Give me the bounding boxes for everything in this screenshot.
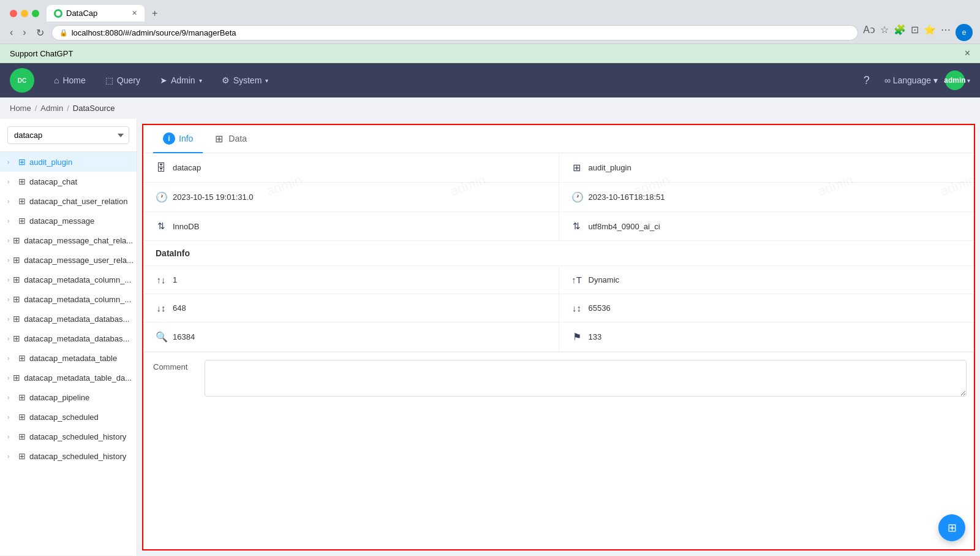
nav-admin[interactable]: ➤ Admin ▾ (150, 63, 212, 97)
tab-close-button[interactable]: ✕ (132, 9, 137, 17)
sidebar-item-label: datacap_message (29, 216, 94, 226)
nav-language-selector[interactable]: ∞ Language ▾ (877, 75, 945, 85)
tab-data-label: Data (228, 134, 247, 143)
nav-system-label: System (233, 75, 262, 85)
table-icon: ⊞ (18, 353, 26, 363)
maximize-window-button[interactable] (32, 10, 39, 17)
fab-grid-icon: ⊞ (948, 521, 957, 535)
browser-action-icons: Aↄ ☆ 🧩 ⊡ ⭐ ⋯ e (863, 24, 973, 41)
sidebar-item-label: datacap_metadata_databas... (24, 334, 129, 343)
engine-value: InnoDB (173, 222, 199, 231)
expand-icon: › (7, 257, 9, 264)
avatar[interactable]: admin (945, 70, 965, 90)
sidebar-item-datacap-metadata-databas-2[interactable]: › ⊞ datacap_metadata_databas... (0, 329, 137, 348)
sidebar-item-datacap-message-chat-rela[interactable]: › ⊞ datacap_message_chat_rela... (0, 230, 137, 250)
sidebar-item-datacap-chat-user-relation[interactable]: › ⊞ datacap_chat_user_relation (0, 191, 137, 211)
sidebar-selector[interactable]: datacap (0, 119, 137, 152)
info-row-index: 🔍 16384 ⚑ 133 (143, 322, 974, 352)
sort-icon: ⇅ (156, 221, 167, 232)
table-icon: ⊞ (18, 216, 26, 226)
info-cell-engine: ⇅ InnoDB (143, 212, 559, 240)
breadcrumb-admin[interactable]: Admin (40, 104, 63, 113)
active-tab[interactable]: DataCap ✕ (47, 5, 145, 21)
sidebar-item-label: datacap_scheduled_history (29, 452, 126, 461)
favorites-icon[interactable]: ⭐ (924, 24, 936, 41)
nav-home[interactable]: ⌂ Home (44, 63, 96, 97)
extensions-icon[interactable]: 🧩 (894, 24, 906, 41)
sidebar-item-label: datacap_metadata_databas... (24, 314, 129, 324)
app-logo-text: DC (13, 71, 31, 90)
minimize-window-button[interactable] (21, 10, 28, 17)
table-icon: ⊞ (13, 373, 20, 383)
sidebar-item-datacap-pipeline[interactable]: › ⊞ datacap_pipeline (0, 387, 137, 407)
sidebar-item-label: datacap_metadata_table (29, 354, 117, 363)
avatar-text: admin (944, 76, 965, 85)
sidebar-item-datacap-scheduled-history-1[interactable]: › ⊞ datacap_scheduled_history (0, 427, 137, 446)
window-controls (5, 7, 44, 20)
back-button[interactable]: ‹ (7, 26, 15, 39)
sidebar-item-datacap-metadata-table-da[interactable]: › ⊞ datacap_metadata_table_da... (0, 368, 137, 387)
sidebar-item-audit-plugin[interactable]: › ⊞ audit_plugin (0, 152, 137, 172)
app-logo: DC (10, 68, 34, 93)
tab-data[interactable]: ⊞ Data (203, 125, 257, 153)
sidebar-item-datacap-message[interactable]: › ⊞ datacap_message (0, 211, 137, 230)
url-box[interactable]: 🔒 localhost:8080/#/admin/source/9/manage… (51, 25, 859, 40)
nav-query[interactable]: ⬚ Query (96, 63, 150, 97)
sidebar-item-datacap-metadata-column-1[interactable]: › ⊞ datacap_metadata_column_... (0, 270, 137, 289)
sidebar-item-datacap-chat[interactable]: › ⊞ datacap_chat (0, 172, 137, 191)
forward-button[interactable]: › (20, 26, 28, 39)
table-icon: ⊞ (13, 294, 20, 304)
reader-mode-icon[interactable]: Aↄ (863, 24, 875, 41)
system-icon: ⚙ (222, 75, 230, 85)
support-banner: Support ChatGPT × (0, 44, 980, 63)
tab-title: DataCap (66, 9, 97, 18)
user-menu[interactable]: admin ▾ (945, 70, 970, 90)
sidebar-item-label: datacap_scheduled (29, 413, 99, 422)
info-cell-updated: 🕐 2023-10-16T18:18:51 (559, 183, 974, 211)
index-length-value: 16384 (173, 332, 195, 341)
sidebar-item-label: datacap_chat_user_relation (29, 197, 127, 206)
database-select[interactable]: datacap (7, 126, 129, 144)
close-window-button[interactable] (10, 10, 17, 17)
sidebar-item-label: datacap_chat (29, 177, 77, 186)
nav-query-label: Query (117, 75, 140, 85)
sidebar-item-datacap-message-user-rela[interactable]: › ⊞ datacap_message_user_rela... (0, 250, 137, 270)
sidebar-item-label: datacap_pipeline (29, 393, 89, 402)
reload-button[interactable]: ↻ (34, 26, 47, 40)
sidebar-item-datacap-metadata-databas-1[interactable]: › ⊞ datacap_metadata_databas... (0, 309, 137, 329)
support-banner-close-button[interactable]: × (965, 48, 970, 59)
clock-icon: 🕐 (156, 191, 167, 203)
table-icon: ⊞ (13, 314, 20, 324)
sidebar-item-datacap-metadata-column-2[interactable]: › ⊞ datacap_metadata_column_... (0, 289, 137, 309)
comment-input[interactable] (205, 360, 967, 397)
split-view-icon[interactable]: ⊡ (911, 24, 919, 41)
bookmark-icon[interactable]: ☆ (880, 24, 889, 41)
user-menu-arrow-icon: ▾ (967, 77, 970, 84)
sidebar-item-label: datacap_message_user_rela... (24, 256, 134, 265)
expand-icon: › (7, 375, 9, 381)
main-layout: datacap › ⊞ audit_plugin › ⊞ datacap_cha… (0, 119, 980, 555)
menu-icon[interactable]: ⋯ (941, 24, 951, 41)
sidebar-item-datacap-scheduled[interactable]: › ⊞ datacap_scheduled (0, 407, 137, 427)
info-cell-index-length: 🔍 16384 (143, 322, 559, 351)
rows-icon: ↑↓ (156, 275, 167, 285)
nav-system[interactable]: ⚙ System ▾ (212, 63, 279, 97)
table-icon: ⊞ (13, 333, 20, 343)
nav-help-button[interactable]: ? (856, 74, 877, 87)
tab-info[interactable]: i Info (153, 125, 203, 153)
expand-icon: › (7, 159, 15, 166)
sidebar-item-datacap-scheduled-history-2[interactable]: › ⊞ datacap_scheduled_history (0, 446, 137, 466)
home-icon: ⌂ (54, 75, 59, 85)
fab-button[interactable]: ⊞ (938, 514, 965, 541)
new-tab-button[interactable]: + (147, 6, 162, 21)
database-icon: 🗄 (156, 162, 167, 173)
breadcrumb-home[interactable]: Home (10, 104, 31, 113)
admin-arrow-icon: ▾ (199, 77, 202, 84)
info-cell-table: ⊞ audit_plugin (559, 153, 974, 182)
info-cell-auto-increment: ⚑ 133 (559, 322, 974, 351)
tab-favicon (54, 9, 62, 18)
table-icon: ⊞ (18, 392, 26, 402)
edge-icon[interactable]: e (956, 24, 973, 41)
info-row-sizes: ↓↕ 648 ↓↕ 65536 (143, 294, 974, 322)
sidebar-item-datacap-metadata-table[interactable]: › ⊞ datacap_metadata_table (0, 348, 137, 368)
